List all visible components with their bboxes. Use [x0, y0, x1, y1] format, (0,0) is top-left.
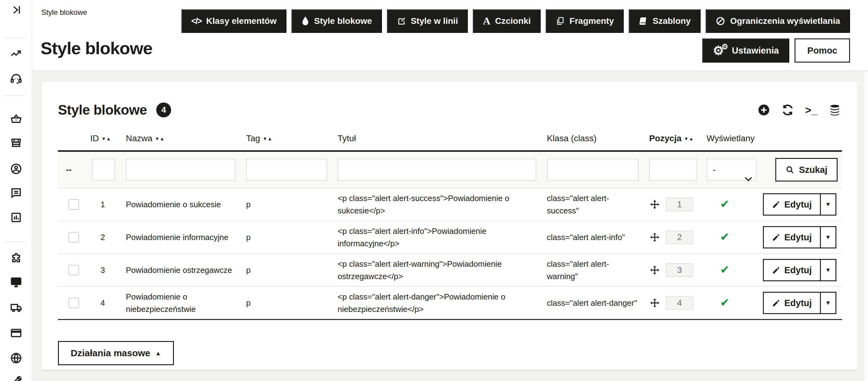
edit-dropdown-button[interactable]: ▼ — [820, 227, 835, 247]
sort-icons: ▼▲ — [262, 136, 273, 141]
nav-label: Ograniczenia wyświetlania — [730, 16, 840, 26]
sidebar-item-languages[interactable] — [9, 351, 24, 366]
nav-label: Style w linii — [411, 16, 458, 26]
nav-label: Fragmenty — [569, 16, 614, 26]
database-icon[interactable] — [828, 103, 841, 117]
position-input[interactable] — [666, 231, 693, 244]
row-checkbox[interactable] — [68, 265, 79, 275]
sidebar-item-store[interactable] — [9, 135, 24, 150]
sidebar-divider — [4, 37, 24, 38]
bulk-actions-button[interactable]: Działania masowe ▲ — [58, 341, 174, 365]
page-title: Style blokowe — [41, 38, 152, 58]
sidebar-expand-button[interactable] — [9, 2, 24, 18]
edit-dropdown-button[interactable]: ▼ — [820, 260, 835, 280]
edit-button[interactable]: Edytuj — [764, 260, 820, 280]
nav-label: Klasy elementów — [206, 16, 277, 26]
filter-position-input[interactable] — [649, 159, 697, 181]
nav-element-classes-button[interactable]: </> Klasy elementów — [181, 9, 286, 33]
move-icon[interactable] — [649, 298, 660, 309]
help-button[interactable]: Pomoc — [795, 38, 850, 63]
filter-class-input[interactable] — [547, 159, 639, 181]
filter-id-input[interactable] — [92, 159, 115, 181]
visible-check-icon[interactable]: ✔ — [720, 264, 730, 276]
position-input[interactable] — [666, 263, 693, 277]
filter-tag-input[interactable] — [246, 159, 327, 181]
filter-name-input[interactable] — [126, 159, 236, 181]
search-label: Szukaj — [799, 165, 827, 175]
sidebar-item-shipping[interactable] — [9, 300, 24, 315]
move-icon[interactable] — [649, 232, 660, 243]
visible-check-icon[interactable]: ✔ — [720, 231, 730, 243]
nav-fragments-button[interactable]: Fragmenty — [546, 9, 624, 33]
position-input[interactable] — [666, 296, 693, 310]
row-title: <p class="alert alert-warning">Powiadomi… — [338, 254, 547, 286]
nav-inline-styles-button[interactable]: Style w linii — [387, 9, 468, 33]
basket-icon — [10, 113, 22, 125]
column-class: Klasa (class) — [547, 134, 649, 151]
row-name: Powiadomienie o sukcesie — [126, 188, 246, 221]
row-title: <p class="alert alert-danger">Powiadomie… — [338, 286, 547, 320]
filter-visible-select[interactable]: - — [707, 159, 757, 181]
visible-check-icon[interactable]: ✔ — [720, 297, 730, 309]
visible-check-icon[interactable]: ✔ — [720, 198, 730, 210]
font-icon: A — [483, 15, 490, 27]
storefront-icon — [10, 137, 22, 149]
scrollbar-track[interactable] — [864, 72, 868, 381]
bulk-actions-label: Działania masowe — [71, 348, 150, 358]
add-button[interactable] — [757, 103, 770, 117]
edit-button[interactable]: Edytuj — [764, 194, 820, 215]
search-button[interactable]: Szukaj — [775, 158, 838, 181]
truck-icon — [10, 301, 22, 314]
pencil-icon — [772, 266, 780, 274]
console-icon[interactable]: >_ — [805, 103, 818, 117]
user-circle-icon — [10, 163, 22, 175]
sidebar-item-customers[interactable] — [9, 161, 24, 176]
position-input[interactable] — [666, 198, 693, 211]
filter-select-all[interactable]: -- — [58, 151, 90, 188]
sidebar-item-tools[interactable] — [9, 374, 24, 381]
row-tag: p — [246, 254, 338, 286]
edit-split-button: Edytuj ▼ — [763, 193, 836, 216]
sidebar-item-payments[interactable] — [9, 325, 24, 340]
row-id: 1 — [90, 188, 126, 221]
edit-button[interactable]: Edytuj — [764, 293, 820, 313]
column-position[interactable]: Pozycja▼▲ — [649, 134, 707, 151]
filter-title-input[interactable] — [338, 159, 536, 181]
table-row: 1 Powiadomienie o sukcesie p <p class="a… — [58, 188, 842, 221]
row-name: Powiadomienie o niebezpieczeństwie — [126, 286, 246, 320]
breadcrumb[interactable]: Style blokowe — [41, 8, 87, 17]
nav-block-styles-button[interactable]: Style blokowe — [291, 9, 382, 33]
table-row: 2 Powiadomienie informacyjne p <p class=… — [58, 221, 842, 254]
row-id: 3 — [90, 254, 126, 286]
move-icon[interactable] — [649, 265, 660, 276]
sidebar-item-support[interactable] — [9, 71, 24, 86]
nav-templates-button[interactable]: Szablony — [629, 9, 701, 33]
settings-button[interactable]: ⚙⚙ Ustawienia — [702, 38, 789, 63]
column-visible: Wyświetlany — [707, 134, 763, 151]
sidebar-item-reports[interactable] — [9, 210, 24, 225]
table-row: 3 Powiadomienie ostrzegawcze p <p class=… — [58, 254, 842, 286]
column-id[interactable]: ID▼▲ — [90, 134, 126, 151]
row-checkbox[interactable] — [68, 232, 79, 243]
move-icon[interactable] — [649, 199, 660, 210]
edit-dropdown-button[interactable]: ▼ — [820, 194, 835, 215]
refresh-button[interactable] — [781, 103, 795, 117]
column-name[interactable]: Nazwa▼▲ — [126, 134, 246, 151]
nav-display-restrictions-button[interactable]: Ograniczenia wyświetlania — [706, 9, 850, 33]
column-title: Tytuł — [338, 134, 547, 151]
sidebar-item-stats[interactable] — [9, 46, 24, 61]
sidebar-item-addons[interactable] — [9, 251, 24, 266]
sidebar-item-orders[interactable] — [9, 111, 24, 126]
page-header: Style blokowe Style blokowe </> Klasy el… — [32, 0, 868, 71]
edit-button[interactable]: Edytuj — [764, 227, 820, 247]
nav-fonts-button[interactable]: A Czcionki — [473, 9, 540, 33]
row-name: Powiadomienie informacyjne — [126, 221, 246, 254]
edit-dropdown-button[interactable]: ▼ — [820, 293, 835, 313]
sidebar-item-appearance[interactable] — [9, 275, 24, 290]
droplet-icon — [301, 16, 309, 26]
row-class: class="alert alert-warning" — [547, 254, 649, 286]
row-checkbox[interactable] — [68, 298, 79, 308]
column-tag[interactable]: Tag▼▲ — [246, 134, 338, 151]
row-checkbox[interactable] — [68, 199, 79, 210]
sidebar-item-messages[interactable] — [9, 185, 24, 200]
